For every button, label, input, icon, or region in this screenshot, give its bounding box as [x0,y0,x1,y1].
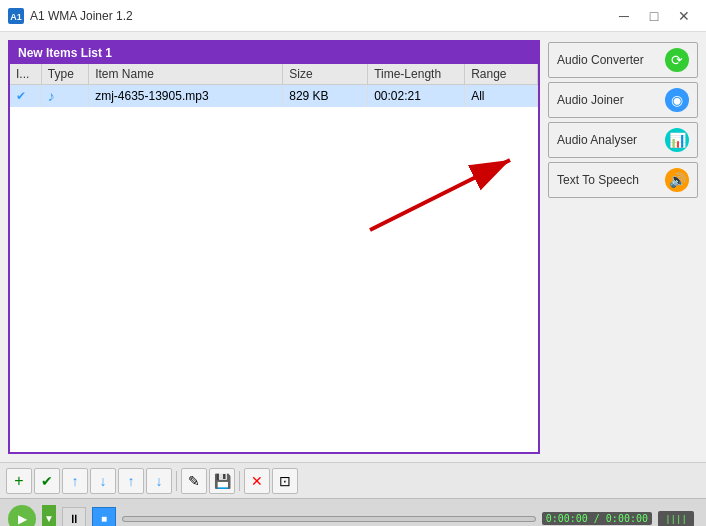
audio-joiner-icon: ◉ [665,88,689,112]
save-button[interactable]: 💾 [209,468,235,494]
edit-button[interactable]: ✎ [181,468,207,494]
text-to-speech-icon: 🔊 [665,168,689,192]
close-button[interactable]: ✕ [670,5,698,27]
move-bottom-button[interactable]: ↓ [146,468,172,494]
file-list-panel: New Items List 1 I... Type Item Name Siz… [8,40,540,454]
play-button[interactable]: ▶ [8,505,36,527]
move-top-button[interactable]: ↑ [118,468,144,494]
audio-analyser-button[interactable]: Audio Analyser 📊 [548,122,698,158]
audio-joiner-label: Audio Joiner [557,93,624,107]
toolbar-separator-2 [239,471,240,491]
stop-button[interactable]: ■ [92,507,116,527]
volume-area: |||| [658,511,698,527]
audio-joiner-button[interactable]: Audio Joiner ◉ [548,82,698,118]
col-range: Range [465,64,538,85]
text-to-speech-label: Text To Speech [557,173,639,187]
col-name: Item Name [89,64,283,85]
audio-converter-icon: ⟳ [665,48,689,72]
progress-bar[interactable] [122,516,536,522]
row-time: 00:02:21 [368,85,465,108]
title-bar-left: A1 A1 WMA Joiner 1.2 [8,8,133,24]
progress-track [122,516,536,522]
player-bar: ▶ ▼ ⏸ ■ 0:00:00 / 0:00:00 |||| [0,498,706,526]
move-down-button[interactable]: ↓ [90,468,116,494]
time-display: 0:00:00 / 0:00:00 [542,512,652,525]
file-table: I... Type Item Name Size Time-Length Ran… [10,64,538,107]
check-button[interactable]: ✔ [34,468,60,494]
clear-button[interactable]: ⊡ [272,468,298,494]
app-title: A1 WMA Joiner 1.2 [30,9,133,23]
col-type: Type [41,64,88,85]
toolbar: + ✔ ↑ ↓ ↑ ↓ ✎ 💾 ✕ ⊡ [0,462,706,498]
text-to-speech-button[interactable]: Text To Speech 🔊 [548,162,698,198]
volume-indicator: |||| [665,514,687,524]
audio-analyser-icon: 📊 [665,128,689,152]
main-area: New Items List 1 I... Type Item Name Siz… [0,32,706,462]
audio-analyser-label: Audio Analyser [557,133,637,147]
col-time: Time-Length [368,64,465,85]
delete-button[interactable]: ✕ [244,468,270,494]
row-size: 829 KB [283,85,368,108]
title-bar: A1 A1 WMA Joiner 1.2 ─ □ ✕ [0,0,706,32]
svg-text:A1: A1 [10,12,22,22]
add-button[interactable]: + [6,468,32,494]
table-row[interactable]: ✔ ♪ zmj-4635-13905.mp3 829 KB 00:02:21 A… [10,85,538,108]
audio-converter-button[interactable]: Audio Converter ⟳ [548,42,698,78]
maximize-button[interactable]: □ [640,5,668,27]
row-name: zmj-4635-13905.mp3 [89,85,283,108]
col-index: I... [10,64,41,85]
col-size: Size [283,64,368,85]
app-icon: A1 [8,8,24,24]
row-range: All [465,85,538,108]
move-up-button[interactable]: ↑ [62,468,88,494]
pause-button[interactable]: ⏸ [62,507,86,527]
right-panel: Audio Converter ⟳ Audio Joiner ◉ Audio A… [548,40,698,454]
window-controls: ─ □ ✕ [610,5,698,27]
play-dropdown[interactable]: ▼ [42,505,56,527]
row-check: ✔ [10,85,41,108]
audio-converter-label: Audio Converter [557,53,644,67]
row-type: ♪ [41,85,88,108]
minimize-button[interactable]: ─ [610,5,638,27]
panel-header: New Items List 1 [10,42,538,64]
toolbar-separator [176,471,177,491]
